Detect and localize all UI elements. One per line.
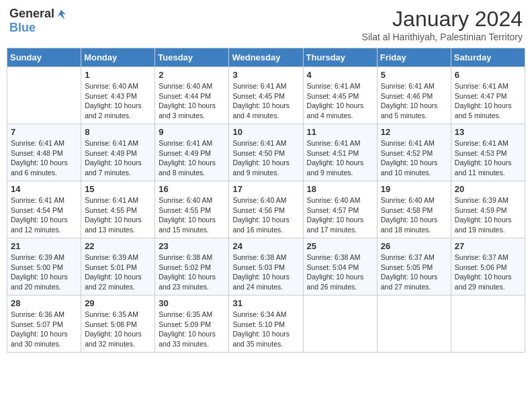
day-number: 13 (455, 127, 521, 137)
calendar-cell: 9Sunrise: 6:41 AMSunset: 4:49 PMDaylight… (155, 124, 229, 181)
calendar-cell: 8Sunrise: 6:41 AMSunset: 4:49 PMDaylight… (81, 124, 155, 181)
calendar-cell: 14Sunrise: 6:41 AMSunset: 4:54 PMDayligh… (7, 181, 81, 238)
day-number: 28 (11, 298, 77, 308)
logo-text: General Blue (9, 7, 68, 35)
calendar-cell: 10Sunrise: 6:41 AMSunset: 4:50 PMDayligh… (229, 124, 303, 181)
calendar-cell: 16Sunrise: 6:40 AMSunset: 4:55 PMDayligh… (155, 181, 229, 238)
day-number: 29 (85, 298, 151, 308)
calendar-cell: 21Sunrise: 6:39 AMSunset: 5:00 PMDayligh… (7, 238, 81, 295)
day-detail: Sunrise: 6:34 AMSunset: 5:10 PMDaylight:… (232, 310, 299, 349)
logo-blue: Blue (9, 21, 36, 34)
day-number: 12 (381, 127, 447, 137)
day-detail: Sunrise: 6:39 AMSunset: 4:59 PMDaylight:… (455, 195, 521, 235)
day-detail: Sunrise: 6:41 AMSunset: 4:49 PMDaylight:… (159, 138, 225, 178)
day-header-wednesday: Wednesday (229, 48, 303, 67)
day-detail: Sunrise: 6:35 AMSunset: 5:09 PMDaylight:… (159, 310, 225, 349)
day-number: 20 (455, 184, 521, 194)
day-detail: Sunrise: 6:41 AMSunset: 4:48 PMDaylight:… (11, 138, 77, 178)
calendar-cell: 5Sunrise: 6:41 AMSunset: 4:46 PMDaylight… (377, 67, 451, 124)
day-detail: Sunrise: 6:41 AMSunset: 4:49 PMDaylight:… (85, 138, 151, 178)
day-detail: Sunrise: 6:39 AMSunset: 5:01 PMDaylight:… (85, 253, 151, 292)
calendar-cell: 7Sunrise: 6:41 AMSunset: 4:48 PMDaylight… (7, 124, 81, 181)
calendar-cell (451, 295, 525, 353)
day-detail: Sunrise: 6:40 AMSunset: 4:44 PMDaylight:… (159, 81, 225, 121)
day-number: 30 (159, 298, 225, 308)
calendar-cell: 28Sunrise: 6:36 AMSunset: 5:07 PMDayligh… (7, 295, 81, 353)
day-detail: Sunrise: 6:37 AMSunset: 5:06 PMDaylight:… (455, 253, 521, 292)
day-detail: Sunrise: 6:36 AMSunset: 5:07 PMDaylight:… (11, 310, 77, 349)
day-detail: Sunrise: 6:40 AMSunset: 4:55 PMDaylight:… (159, 195, 225, 235)
day-header-friday: Friday (377, 48, 451, 67)
calendar-cell: 15Sunrise: 6:41 AMSunset: 4:55 PMDayligh… (81, 181, 155, 238)
calendar-cell: 11Sunrise: 6:41 AMSunset: 4:51 PMDayligh… (303, 124, 377, 181)
calendar-cell: 20Sunrise: 6:39 AMSunset: 4:59 PMDayligh… (451, 181, 525, 238)
day-number: 25 (307, 241, 373, 251)
day-detail: Sunrise: 6:41 AMSunset: 4:46 PMDaylight:… (381, 81, 447, 121)
calendar-cell: 18Sunrise: 6:40 AMSunset: 4:57 PMDayligh… (303, 181, 377, 238)
day-number: 8 (85, 127, 151, 137)
day-header-monday: Monday (81, 48, 155, 67)
day-detail: Sunrise: 6:41 AMSunset: 4:50 PMDaylight:… (232, 138, 299, 178)
calendar-cell (377, 295, 451, 353)
calendar-cell (303, 295, 377, 353)
day-detail: Sunrise: 6:41 AMSunset: 4:55 PMDaylight:… (85, 195, 151, 235)
day-number: 11 (307, 127, 373, 137)
calendar-week-1: 1Sunrise: 6:40 AMSunset: 4:43 PMDaylight… (7, 67, 525, 124)
day-number: 1 (85, 70, 151, 80)
day-number: 19 (381, 184, 447, 194)
day-header-saturday: Saturday (451, 48, 525, 67)
location-subtitle: Silat al Harithiyah, Palestinian Territo… (362, 32, 523, 42)
calendar-cell: 17Sunrise: 6:40 AMSunset: 4:56 PMDayligh… (229, 181, 303, 238)
calendar-cell: 22Sunrise: 6:39 AMSunset: 5:01 PMDayligh… (81, 238, 155, 295)
day-header-thursday: Thursday (303, 48, 377, 67)
day-detail: Sunrise: 6:41 AMSunset: 4:45 PMDaylight:… (232, 81, 299, 121)
calendar-cell: 23Sunrise: 6:38 AMSunset: 5:02 PMDayligh… (155, 238, 229, 295)
day-number: 4 (307, 70, 373, 80)
day-detail: Sunrise: 6:41 AMSunset: 4:53 PMDaylight:… (455, 138, 521, 178)
day-detail: Sunrise: 6:38 AMSunset: 5:04 PMDaylight:… (307, 253, 373, 292)
day-detail: Sunrise: 6:41 AMSunset: 4:47 PMDaylight:… (455, 81, 521, 121)
day-number: 2 (159, 70, 225, 80)
calendar-cell: 24Sunrise: 6:38 AMSunset: 5:03 PMDayligh… (229, 238, 303, 295)
day-detail: Sunrise: 6:40 AMSunset: 4:43 PMDaylight:… (85, 81, 151, 121)
day-detail: Sunrise: 6:40 AMSunset: 4:57 PMDaylight:… (307, 195, 373, 235)
logo-general: General (9, 7, 54, 20)
logo: General Blue (9, 7, 68, 35)
day-number: 23 (159, 241, 225, 251)
day-number: 26 (381, 241, 447, 251)
day-number: 14 (11, 184, 77, 194)
day-header-sunday: Sunday (7, 48, 81, 67)
day-number: 31 (232, 298, 299, 308)
month-title: January 2024 (362, 7, 523, 32)
calendar-cell: 4Sunrise: 6:41 AMSunset: 4:45 PMDaylight… (303, 67, 377, 124)
day-number: 17 (232, 184, 299, 194)
calendar-cell: 19Sunrise: 6:40 AMSunset: 4:58 PMDayligh… (377, 181, 451, 238)
day-number: 3 (232, 70, 299, 80)
day-number: 7 (11, 127, 77, 137)
calendar-cell: 3Sunrise: 6:41 AMSunset: 4:45 PMDaylight… (229, 67, 303, 124)
day-detail: Sunrise: 6:39 AMSunset: 5:00 PMDaylight:… (11, 253, 77, 292)
calendar-cell: 27Sunrise: 6:37 AMSunset: 5:06 PMDayligh… (451, 238, 525, 295)
calendar-week-5: 28Sunrise: 6:36 AMSunset: 5:07 PMDayligh… (7, 295, 525, 353)
calendar-week-4: 21Sunrise: 6:39 AMSunset: 5:00 PMDayligh… (7, 238, 525, 295)
title-area: January 2024 Silat al Harithiyah, Palest… (362, 7, 523, 42)
day-detail: Sunrise: 6:41 AMSunset: 4:51 PMDaylight:… (307, 138, 373, 178)
day-detail: Sunrise: 6:41 AMSunset: 4:54 PMDaylight:… (11, 195, 77, 235)
calendar-cell: 6Sunrise: 6:41 AMSunset: 4:47 PMDaylight… (451, 67, 525, 124)
calendar-cell (7, 67, 81, 124)
calendar-cell: 1Sunrise: 6:40 AMSunset: 4:43 PMDaylight… (81, 67, 155, 124)
day-number: 18 (307, 184, 373, 194)
day-number: 21 (11, 241, 77, 251)
calendar-cell: 12Sunrise: 6:41 AMSunset: 4:52 PMDayligh… (377, 124, 451, 181)
calendar-cell: 29Sunrise: 6:35 AMSunset: 5:08 PMDayligh… (81, 295, 155, 353)
day-detail: Sunrise: 6:37 AMSunset: 5:05 PMDaylight:… (381, 253, 447, 292)
calendar-cell: 26Sunrise: 6:37 AMSunset: 5:05 PMDayligh… (377, 238, 451, 295)
calendar-cell: 2Sunrise: 6:40 AMSunset: 4:44 PMDaylight… (155, 67, 229, 124)
day-number: 9 (159, 127, 225, 137)
svg-marker-0 (58, 10, 66, 19)
day-detail: Sunrise: 6:41 AMSunset: 4:52 PMDaylight:… (381, 138, 447, 178)
logo-bird-icon (55, 9, 67, 21)
day-detail: Sunrise: 6:38 AMSunset: 5:02 PMDaylight:… (159, 253, 225, 292)
day-detail: Sunrise: 6:40 AMSunset: 4:58 PMDaylight:… (381, 195, 447, 235)
day-number: 22 (85, 241, 151, 251)
